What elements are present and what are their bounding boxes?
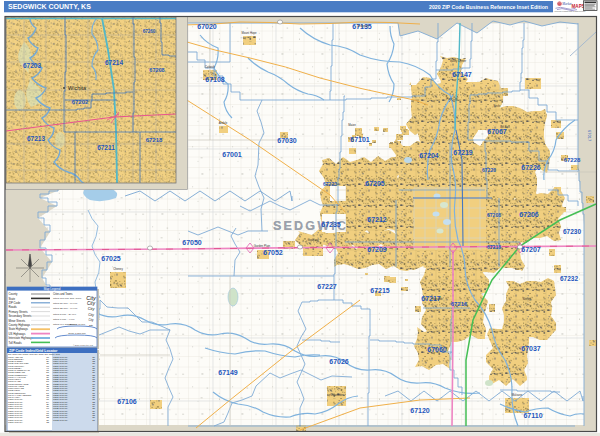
svg-text:Toll Roads: Toll Roads (9, 341, 23, 345)
svg-text:City: City (89, 318, 94, 322)
svg-text:67204: 67204 (419, 152, 439, 159)
svg-text:67219: 67219 (453, 149, 473, 156)
svg-text:67216: 67216 (451, 301, 468, 307)
svg-text:Map Legend: Map Legend (44, 287, 61, 291)
svg-text:67228: 67228 (564, 157, 581, 163)
svg-text:67260: 67260 (143, 29, 156, 34)
svg-text:Andale: Andale (219, 121, 228, 125)
svg-text:Colwich: Colwich (205, 65, 215, 69)
svg-text:67230: 67230 (563, 228, 581, 235)
svg-text:67052: 67052 (263, 249, 283, 256)
svg-text:67052 WICHITA: 67052 WICHITA (53, 419, 69, 421)
svg-text:MAPS: MAPS (572, 4, 585, 9)
svg-text:67001: 67001 (222, 151, 242, 158)
svg-text:Mulvane: Mulvane (512, 393, 523, 397)
svg-text:67212: 67212 (367, 216, 387, 223)
svg-text:67149: 67149 (218, 369, 238, 376)
svg-text:67232: 67232 (560, 275, 578, 282)
svg-text:Secondary Streets: Secondary Streets (9, 314, 33, 318)
svg-text:America's Leading Map & Data P: America's Leading Map & Data Provider (554, 10, 586, 12)
svg-text:67223: 67223 (323, 181, 337, 187)
svg-text:Cities 25,000 - 49,999: Cities 25,000 - 49,999 (53, 307, 78, 310)
svg-text:67037: 67037 (521, 345, 541, 352)
svg-text:County: County (9, 292, 18, 296)
svg-text:County Highways: County Highways (9, 323, 31, 327)
svg-text:Interstate Highways: Interstate Highways (9, 336, 34, 340)
svg-text:67218: 67218 (146, 137, 163, 143)
svg-text:Roads: Roads (9, 305, 18, 309)
svg-text:Cities 50,000 - 99,999: Cities 50,000 - 99,999 (53, 302, 78, 305)
svg-text:67060: 67060 (427, 346, 447, 353)
svg-text:Bel Aire: Bel Aire (500, 125, 510, 129)
svg-text:Market: Market (561, 2, 571, 6)
svg-text:67215: 67215 (370, 287, 390, 294)
svg-text:Cities 100,000 and Above: Cities 100,000 and Above (53, 297, 82, 300)
svg-text:67101: 67101 (350, 136, 370, 143)
svg-text:67214: 67214 (105, 59, 123, 66)
svg-text:67067: 67067 (487, 128, 507, 135)
svg-text:Scale 1:158,000: Scale 1:158,000 (68, 332, 86, 335)
svg-text:City: City (88, 306, 96, 311)
svg-text:Sedgwick: Sedgwick (357, 24, 370, 28)
svg-text:Goddard: Goddard (308, 238, 319, 242)
svg-text:67235: 67235 (321, 221, 341, 228)
svg-text:City: City (88, 313, 94, 317)
svg-text:Primary Streets: Primary Streets (9, 310, 29, 314)
svg-text:Maize: Maize (348, 123, 356, 127)
svg-text:67208: 67208 (487, 212, 501, 218)
svg-text:SEDGWICK COUNTY, KS: SEDGWICK COUNTY, KS (8, 3, 91, 11)
svg-text:Cities 1,000 - 4,999: Cities 1,000 - 4,999 (53, 318, 75, 321)
svg-text:Cities 5,000 - 24,999: Cities 5,000 - 24,999 (53, 313, 77, 316)
svg-text:Park City: Park City (446, 97, 458, 101)
svg-text:Kechi: Kechi (494, 104, 501, 108)
svg-text:67020: 67020 (197, 23, 217, 30)
svg-text:67203: 67203 (23, 62, 41, 69)
svg-text:Wichita: Wichita (68, 85, 87, 91)
svg-text:67106: 67106 (117, 398, 137, 405)
svg-text:67026: 67026 (329, 358, 349, 365)
svg-text:67202: 67202 (72, 99, 89, 105)
svg-text:ZIP Code: ZIP Code (9, 301, 21, 305)
svg-text:67207: 67207 (521, 246, 541, 253)
svg-text:Clearwater: Clearwater (330, 393, 344, 397)
svg-text:67227: 67227 (317, 283, 337, 290)
svg-text:Derby: Derby (523, 297, 531, 301)
svg-text:67213: 67213 (27, 135, 45, 142)
svg-text:Haysville: Haysville (431, 297, 443, 301)
svg-text:67206: 67206 (519, 211, 539, 218)
svg-text:67025: 67025 (101, 255, 121, 262)
svg-text:67147: 67147 (452, 71, 472, 78)
svg-text:Valley Center: Valley Center (450, 59, 467, 63)
svg-text:Cities and Towns: Cities and Towns (53, 292, 73, 296)
svg-text:City: City (86, 295, 97, 301)
svg-text:Mount Hope: Mount Hope (241, 31, 257, 35)
svg-text:67120: 67120 (410, 407, 430, 414)
svg-text:67218: 67218 (487, 244, 501, 250)
svg-text:67208: 67208 (149, 67, 164, 73)
svg-text:67211 WICHITA: 67211 WICHITA (8, 421, 23, 423)
svg-text:67220: 67220 (482, 167, 496, 173)
svg-text:State: State (9, 297, 16, 301)
svg-text:State Highways: State Highways (9, 327, 29, 331)
svg-text:Minor Streets: Minor Streets (9, 319, 26, 323)
svg-text:67030: 67030 (277, 137, 297, 144)
svg-text:67209: 67209 (367, 246, 387, 253)
svg-text:67226: 67226 (521, 164, 541, 171)
svg-text:67108: 67108 (205, 76, 225, 83)
svg-text:Garden Plain: Garden Plain (254, 244, 271, 248)
svg-text:67110: 67110 (523, 412, 542, 419)
svg-text:67017: 67017 (587, 130, 592, 142)
svg-text:2020 ZIP Code Business Referen: 2020 ZIP Code Business Reference Inset E… (429, 4, 548, 10)
svg-text:67205: 67205 (365, 180, 385, 187)
svg-text:©2020 MarketMAPS: ©2020 MarketMAPS (73, 344, 94, 346)
svg-text:67050: 67050 (182, 239, 202, 246)
svg-text:ZIP Code ZIP Name Gr: ZIP Code ZIP Name Grid ZIP Code ZIP Name… (8, 353, 61, 355)
svg-text:Scale 1:48,000: Scale 1:48,000 (69, 323, 86, 326)
svg-text:Cheney: Cheney (113, 267, 123, 271)
svg-text:US Highways: US Highways (9, 332, 26, 336)
svg-text:67211: 67211 (97, 144, 115, 151)
